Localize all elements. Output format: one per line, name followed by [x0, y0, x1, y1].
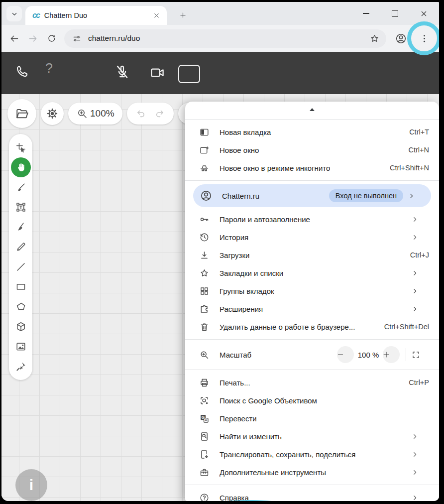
star-icon	[369, 33, 380, 44]
chevron-right-icon	[411, 305, 419, 313]
new-window-icon	[199, 145, 210, 155]
tool-brush[interactable]	[11, 177, 31, 197]
tool-cube-3d[interactable]	[11, 317, 31, 337]
menu-item-clear-browsing-data[interactable]: Удалить данные о работе в браузере...Ctr…	[185, 318, 439, 336]
maximize-button[interactable]	[380, 2, 409, 25]
call-button[interactable]	[14, 64, 30, 81]
menu-item-profile[interactable]: Chattern.ruВход не выполнен	[193, 184, 431, 207]
menu-item-downloads[interactable]: ЗагрузкиCtrl+J	[185, 246, 439, 264]
zoom-controls: 100 %	[337, 346, 429, 363]
bookmark-button[interactable]	[366, 30, 382, 46]
tab-strip: cc Chattern Duo	[1, 2, 439, 25]
menu-item-more-tools[interactable]: Дополнительные инструменты	[185, 463, 439, 481]
profile-name: Chattern.ru	[222, 192, 259, 200]
new-incognito-window-icon	[199, 163, 210, 173]
help-button[interactable]: ?	[45, 61, 53, 76]
tool-broom[interactable]	[11, 217, 31, 237]
tab-groups-icon	[199, 286, 210, 296]
back-button[interactable]	[4, 29, 23, 48]
chevron-right-icon	[411, 287, 419, 295]
menu-button-wrap	[413, 27, 435, 49]
forward-button[interactable]	[23, 29, 42, 48]
tool-hand-pan[interactable]	[11, 157, 31, 177]
clear-browsing-data-icon	[199, 322, 210, 332]
redo-icon[interactable]	[154, 108, 166, 120]
fullscreen-button[interactable]	[412, 346, 429, 363]
menu-scroll-up[interactable]	[185, 103, 439, 116]
tool-pencil[interactable]	[11, 237, 31, 257]
avatar-icon	[395, 32, 407, 45]
question-mark-icon: ?	[45, 61, 53, 76]
partial-header-button[interactable]	[178, 65, 200, 83]
zoom-icon	[199, 350, 210, 360]
zoom-in-button[interactable]	[383, 346, 400, 363]
tab-close-button[interactable]	[151, 10, 162, 21]
menu-item-find-and-edit[interactable]: Найти и изменить	[185, 427, 439, 445]
tool-text-frame[interactable]	[11, 197, 31, 217]
menu-item-zoom: Масштаб100 %	[185, 343, 439, 366]
menu-item-label: Новая вкладка	[220, 128, 271, 136]
camera-button[interactable]	[149, 64, 166, 83]
menu-item-history[interactable]: История	[185, 228, 439, 246]
hand-pan-icon	[15, 161, 27, 173]
page-area: ? 100% Пере	[1, 52, 439, 501]
undo-icon[interactable]	[135, 108, 147, 120]
info-icon: i	[29, 477, 33, 494]
chevron-right-icon	[411, 432, 419, 441]
image-icon	[15, 341, 27, 353]
reload-button[interactable]	[42, 29, 61, 48]
shortcut-label: Ctrl+Shift+N	[390, 164, 429, 172]
menu-item-new-tab[interactable]: Новая вкладкаCtrl+T	[185, 123, 439, 141]
screenshot-stage: cc Chattern Duo chattern.ru/duo	[0, 0, 444, 504]
active-tab[interactable]: cc Chattern Duo	[25, 6, 167, 25]
menu-item-cast-save-share[interactable]: Транслировать, сохранить, поделиться	[185, 445, 439, 463]
tool-pin[interactable]	[11, 357, 31, 377]
canvas-settings-button[interactable]	[41, 102, 64, 125]
three-dot-menu-button[interactable]	[414, 28, 434, 48]
zoom-out-button[interactable]	[337, 346, 354, 363]
close-icon	[420, 9, 428, 18]
chevron-right-icon	[411, 233, 419, 242]
menu-item-new-incognito-window[interactable]: Новое окно в режиме инкогнитоCtrl+Shift+…	[185, 159, 439, 177]
maximize-icon	[392, 10, 398, 17]
shortcut-label: Ctrl+T	[409, 128, 429, 136]
zoom-control[interactable]: 100%	[68, 103, 122, 125]
cast-save-share-icon	[199, 449, 210, 460]
tool-crop-select[interactable]	[11, 137, 31, 157]
minimize-button[interactable]	[351, 2, 380, 25]
pin-icon	[15, 361, 27, 373]
tool-line[interactable]	[11, 257, 31, 277]
menu-item-print[interactable]: Печать...Ctrl+P	[185, 374, 439, 391]
new-tab-button[interactable]	[175, 7, 190, 22]
cube-3d-icon	[15, 321, 27, 333]
brush-icon	[15, 181, 27, 193]
chevron-right-icon	[411, 450, 419, 459]
tool-image[interactable]	[11, 337, 31, 357]
menu-item-extensions[interactable]: Расширения	[185, 300, 439, 318]
print-icon	[199, 378, 210, 388]
open-file-button[interactable]	[7, 99, 36, 128]
site-settings-button[interactable]	[69, 31, 84, 46]
address-bar[interactable]: chattern.ru/duo	[64, 29, 386, 48]
menu-item-google-lens-search[interactable]: Поиск с Google Объективом	[185, 391, 439, 409]
menu-item-bookmarks-lists[interactable]: Закладки и списки	[185, 264, 439, 282]
menu-item-help[interactable]: Справка	[185, 489, 439, 501]
tool-polygon[interactable]	[11, 297, 31, 317]
menu-item-new-window[interactable]: Новое окноCtrl+N	[185, 141, 439, 159]
tune-icon	[72, 34, 82, 43]
canvas-zoom-level: 100%	[90, 108, 114, 119]
menu-item-passwords-autofill[interactable]: Пароли и автозаполнение	[185, 210, 439, 228]
tab-search-button[interactable]	[6, 6, 22, 21]
mic-toggle-button[interactable]	[114, 64, 130, 82]
new-tab-icon	[199, 127, 210, 137]
phone-icon	[14, 64, 30, 79]
menu-item-translate[interactable]: Перевести	[185, 409, 439, 427]
google-lens-search-icon	[199, 395, 210, 406]
menu-item-label: Поиск с Google Объективом	[220, 396, 317, 405]
tool-rectangle[interactable]	[11, 277, 31, 297]
plus-icon	[382, 350, 391, 359]
menu-item-tab-groups[interactable]: Группы вкладок	[185, 282, 439, 300]
info-button[interactable]: i	[15, 469, 47, 501]
extensions-icon	[199, 304, 210, 314]
back-arrow-icon	[9, 33, 19, 44]
